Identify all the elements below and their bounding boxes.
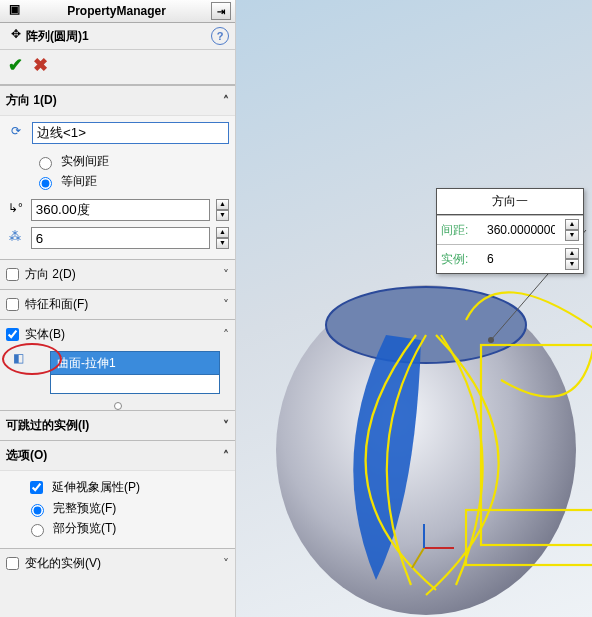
- equal-label: 等间距: [61, 173, 97, 190]
- body-icon: ◧: [8, 351, 28, 369]
- angle-spinner[interactable]: ▲▼: [216, 199, 229, 221]
- count-input[interactable]: [31, 227, 210, 249]
- vary-label: 变化的实例(V): [25, 555, 101, 572]
- fullpreview-radio[interactable]: [31, 504, 44, 517]
- featfaces-row[interactable]: 特征和面(F) ˅: [0, 289, 235, 319]
- vary-checkbox[interactable]: [6, 557, 19, 570]
- bodies-body: ◧ 曲面-拉伸1: [0, 349, 235, 402]
- chevron-down-icon: ˅: [223, 419, 229, 433]
- confirm-row: ✔ ✖: [0, 50, 235, 85]
- options-body: 延伸视象属性(P) 完整预览(F) 部分预览(T): [0, 470, 235, 548]
- vary-row[interactable]: 变化的实例(V) ˅: [0, 548, 235, 578]
- help-icon[interactable]: ?: [211, 27, 229, 45]
- chevron-up-icon: ˄: [223, 328, 229, 342]
- fullpreview-label: 完整预览(F): [53, 500, 116, 517]
- feature-header: ✥ 阵列(圆周)1 ?: [0, 23, 235, 50]
- panel-icon: ▣: [4, 2, 24, 20]
- panel-titlebar: ▣ PropertyManager ⇥: [0, 0, 235, 23]
- callout-inst-input[interactable]: [485, 251, 557, 267]
- svg-point-5: [488, 337, 494, 343]
- callout-box[interactable]: 方向一 间距: ▲▼ 实例: ▲▼: [436, 188, 584, 274]
- dir1-body: ⟳ 实例间距 等间距 ↳° ▲▼ ⁂ ▲▼: [0, 115, 235, 259]
- chevron-up-icon: ˄: [223, 449, 229, 463]
- circpattern-icon: ✥: [6, 27, 26, 45]
- bodies-checkbox[interactable]: [6, 328, 19, 341]
- panel-title: PropertyManager: [24, 4, 209, 18]
- callout-inst-label: 实例:: [437, 245, 481, 274]
- options-title: 选项(O): [6, 447, 47, 464]
- section-dir1-header[interactable]: 方向 1(D) ˄: [0, 85, 235, 115]
- chevron-down-icon: ˅: [223, 298, 229, 312]
- featfaces-label: 特征和面(F): [25, 296, 88, 313]
- cancel-button[interactable]: ✖: [33, 54, 48, 76]
- list-item[interactable]: [50, 375, 220, 394]
- callout-spacing-label: 间距:: [437, 216, 481, 245]
- partpreview-radio[interactable]: [31, 524, 44, 537]
- equal-radio[interactable]: [39, 177, 52, 190]
- dir1-title: 方向 1(D): [6, 92, 57, 109]
- spacing-label: 实例间距: [61, 153, 109, 170]
- dir2-row[interactable]: 方向 2(D) ˅: [0, 259, 235, 289]
- bodies-label: 实体(B): [25, 326, 65, 343]
- resize-handle[interactable]: [0, 402, 235, 410]
- ok-button[interactable]: ✔: [8, 54, 23, 76]
- count-icon: ⁂: [6, 229, 25, 247]
- reverse-icon[interactable]: ⟳: [6, 124, 26, 142]
- propagate-check[interactable]: [30, 481, 43, 494]
- axis-input[interactable]: [32, 122, 229, 144]
- property-panel: ▣ PropertyManager ⇥ ✥ 阵列(圆周)1 ? ✔ ✖ 方向 1…: [0, 0, 236, 617]
- featfaces-checkbox[interactable]: [6, 298, 19, 311]
- skip-header[interactable]: 可跳过的实例(I) ˅: [0, 410, 235, 440]
- angle-icon: ↳°: [6, 201, 25, 219]
- bodies-row[interactable]: 实体(B) ˄: [0, 319, 235, 349]
- callout-inst-spin[interactable]: ▲▼: [565, 248, 579, 270]
- callout-spacing-input[interactable]: [485, 222, 557, 238]
- angle-input[interactable]: [31, 199, 210, 221]
- options-header[interactable]: 选项(O) ˄: [0, 440, 235, 470]
- chevron-down-icon: ˅: [223, 268, 229, 282]
- feature-name: 阵列(圆周)1: [26, 28, 89, 45]
- svg-point-1: [326, 287, 526, 363]
- list-item[interactable]: 曲面-拉伸1: [50, 351, 220, 375]
- count-spinner[interactable]: ▲▼: [216, 227, 229, 249]
- dir2-checkbox[interactable]: [6, 268, 19, 281]
- skip-title: 可跳过的实例(I): [6, 417, 89, 434]
- pin-button[interactable]: ⇥: [211, 2, 231, 20]
- callout-spacing-spin[interactable]: ▲▼: [565, 219, 579, 241]
- callout-title: 方向一: [437, 189, 583, 215]
- spacing-radio[interactable]: [39, 157, 52, 170]
- bodies-list[interactable]: 曲面-拉伸1: [50, 351, 220, 394]
- chevron-up-icon: ˄: [223, 94, 229, 108]
- dir2-label: 方向 2(D): [25, 266, 76, 283]
- model-preview: [266, 250, 592, 617]
- propagate-label: 延伸视象属性(P): [52, 479, 140, 496]
- chevron-down-icon: ˅: [223, 557, 229, 571]
- partpreview-label: 部分预览(T): [53, 520, 116, 537]
- graphics-viewport[interactable]: 方向一 间距: ▲▼ 实例: ▲▼: [236, 0, 592, 617]
